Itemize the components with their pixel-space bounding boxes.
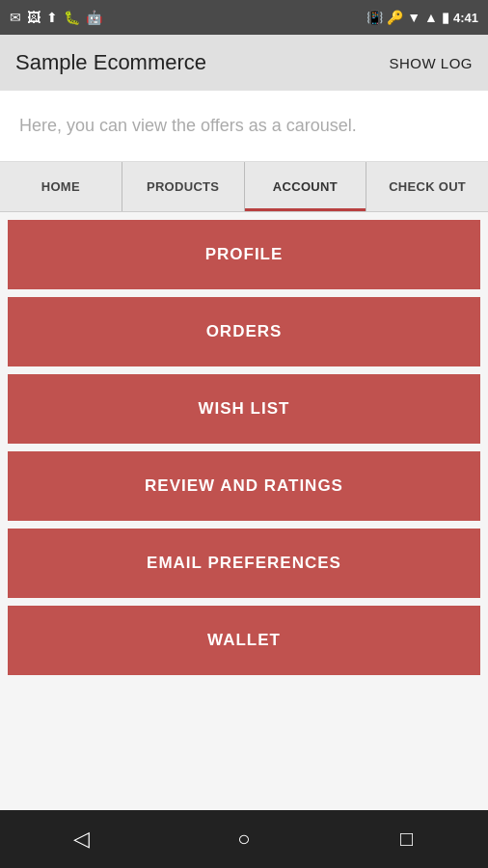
image-icon: 🖼 [27,10,41,25]
orders-button[interactable]: ORDERS [8,297,480,366]
show-log-button[interactable]: SHOW LOG [389,55,473,71]
status-bar: ✉ 🖼 ⬆ 🐛 🤖 📳 🔑 ▼ ▲ ▮ 4:41 [0,0,488,35]
home-button[interactable]: ○ [225,820,263,858]
tab-bar: HOME PRODUCTS ACCOUNT CHECK OUT [0,162,488,212]
wallet-button[interactable]: WALLET [8,606,480,675]
review-ratings-button[interactable]: REVIEW AND RATINGS [8,451,480,521]
time-display: 4:41 [453,11,478,25]
recent-apps-button[interactable]: □ [388,820,426,858]
android-icon: 🤖 [86,10,102,25]
tab-products[interactable]: PRODUCTS [122,162,245,211]
app-bar: Sample Ecommerce SHOW LOG [0,35,488,91]
key-icon: 🔑 [387,10,403,25]
signal-icon: ▲ [424,10,438,25]
wifi-icon: ▼ [407,10,420,25]
gmail-icon: ✉ [10,10,21,25]
tab-home[interactable]: HOME [0,162,122,211]
profile-button[interactable]: PROFILE [8,220,480,289]
tab-account[interactable]: ACCOUNT [245,162,367,211]
content-area: PROFILE ORDERS WISH LIST REVIEW AND RATI… [0,212,488,810]
carousel-area: Here, you can view the offers as a carou… [0,91,488,162]
bug-icon: 🐛 [64,10,80,25]
vibrate-icon: 📳 [366,10,383,25]
battery-icon: ▮ [442,10,449,25]
wish-list-button[interactable]: WISH LIST [8,374,480,444]
status-left-icons: ✉ 🖼 ⬆ 🐛 🤖 [10,10,102,25]
carousel-text: Here, you can view the offers as a carou… [19,116,357,135]
app-title: Sample Ecommerce [15,50,206,75]
back-button[interactable]: ◁ [62,820,100,858]
tab-checkout[interactable]: CHECK OUT [366,162,488,211]
bottom-nav: ◁ ○ □ [0,810,488,868]
status-right-icons: 📳 🔑 ▼ ▲ ▮ 4:41 [366,10,478,25]
upload-icon: ⬆ [46,10,58,25]
email-preferences-button[interactable]: EMAIL PREFERENCES [8,529,480,598]
